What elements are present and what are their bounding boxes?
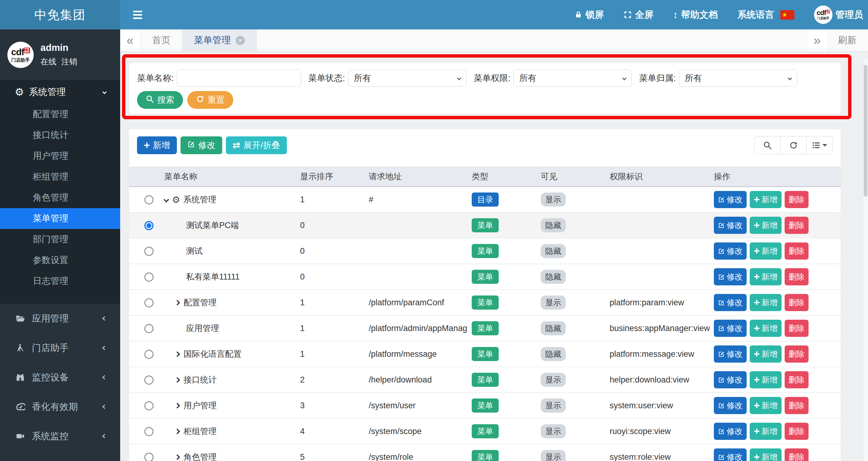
topbar-item-1[interactable]: 锁屏 [564,0,614,29]
table-row[interactable]: 国际化语言配置1/platform/message菜单隐藏platform:me… [129,341,841,367]
tab-close-icon[interactable]: × [236,36,245,45]
chevron-right-icon[interactable] [175,429,180,434]
table-search-toggle-button[interactable] [754,136,781,154]
sidebar-subitem[interactable]: 接口统计 [0,125,120,146]
sidebar-subitem[interactable]: 角色管理 [0,187,120,208]
row-delete-button[interactable]: 删除 [785,294,809,311]
row-edit-button[interactable]: 修改 [714,217,747,234]
row-radio[interactable] [144,324,154,333]
sidebar-section-item[interactable]: 系统监控 [0,422,120,451]
tab-refresh-button[interactable]: 刷新 [827,29,868,51]
row-edit-button[interactable]: 修改 [714,294,747,311]
table-row[interactable]: 私有菜单111110菜单隐藏修改+新增删除 [129,264,841,290]
row-add-button[interactable]: +新增 [750,242,781,259]
chevron-down-icon[interactable] [163,197,169,202]
row-delete-button[interactable]: 删除 [785,268,809,285]
row-delete-button[interactable]: 删除 [785,371,809,388]
table-row[interactable]: 用户管理3/system/user菜单显示system:user:view修改+… [129,393,841,419]
sidebar-subitem[interactable]: 菜单管理 [0,208,120,229]
table-row[interactable]: 应用管理1/platform/admin/appManag菜单隐藏busines… [129,315,841,341]
search-button[interactable]: 搜索 [137,91,183,109]
sidebar-subitem[interactable]: 柜组管理 [0,166,120,187]
table-row[interactable]: 角色管理5/system/role菜单显示system:role:view修改+… [129,444,841,461]
chevron-right-icon[interactable] [175,351,180,357]
row-radio[interactable] [144,350,154,359]
row-edit-button[interactable]: 修改 [714,397,747,414]
row-radio[interactable] [144,375,154,385]
tabs-scroll-left-button[interactable]: « [120,29,141,51]
expand-collapse-button[interactable]: ⇄ 展开/折叠 [226,136,287,154]
table-row[interactable]: 柜组管理4/system/scope菜单显示ruoyi:scope:view修改… [129,419,841,444]
table-columns-button[interactable] [806,136,833,154]
row-add-button[interactable]: +新增 [750,268,781,285]
chevron-right-icon[interactable] [175,300,180,305]
row-delete-button[interactable]: 删除 [785,345,809,363]
row-radio[interactable] [144,453,154,461]
row-add-button[interactable]: +新增 [750,397,781,414]
add-button[interactable]: + 新增 [137,136,177,154]
sidebar-subitem[interactable]: 参数设置 [0,250,120,271]
tab-首页[interactable]: 首页 [141,29,182,51]
row-add-button[interactable]: +新增 [750,345,781,363]
topbar-user[interactable]: cdf中免集团门店助手管理员 [804,0,868,29]
sidebar-subitem[interactable]: 部门管理 [0,229,120,250]
tabs-scroll-right-button[interactable]: » [807,29,827,51]
topbar-item-3[interactable]: ↕帮助文档 [663,0,727,29]
row-radio[interactable] [144,221,154,230]
row-delete-button[interactable]: 删除 [785,242,809,259]
row-delete-button[interactable]: 删除 [785,397,809,414]
chevron-right-icon[interactable] [175,403,180,408]
menu-owner-select[interactable]: 所有 [679,69,797,87]
row-add-button[interactable]: +新增 [750,217,781,234]
row-delete-button[interactable]: 删除 [785,423,809,440]
row-delete-button[interactable]: 删除 [785,449,809,461]
row-edit-button[interactable]: 修改 [714,423,747,440]
sidebar-subitem[interactable]: 配置管理 [0,104,120,125]
row-edit-button[interactable]: 修改 [714,345,747,363]
sidebar-subitem[interactable]: 日志管理 [0,271,120,291]
edit-button[interactable]: 修改 [181,136,222,154]
menu-name-input[interactable] [177,69,301,87]
row-edit-button[interactable]: 修改 [714,268,747,285]
row-add-button[interactable]: +新增 [750,371,781,388]
tab-菜单管理[interactable]: 菜单管理× [182,29,257,51]
topbar-item-4[interactable]: 系统语言★ [727,0,804,29]
sidebar-toggle-button[interactable] [120,0,155,29]
row-delete-button[interactable]: 删除 [785,191,809,208]
row-delete-button[interactable]: 删除 [785,217,809,234]
table-row[interactable]: 接口统计2/helper/download菜单显示helper:download… [129,367,841,393]
sidebar-section-item[interactable]: 应用管理 [0,304,120,333]
row-edit-button[interactable]: 修改 [714,191,747,208]
row-radio[interactable] [144,427,154,436]
row-add-button[interactable]: +新增 [750,423,781,440]
table-row[interactable]: ⚙系统管理1#目录显示修改+新增删除 [129,187,841,212]
row-add-button[interactable]: +新增 [750,294,781,311]
row-radio[interactable] [144,195,154,205]
table-row[interactable]: 测试菜单PC端0菜单隐藏修改+新增删除 [129,212,841,238]
logout-link[interactable]: 注销 [61,57,77,66]
row-radio[interactable] [144,273,154,282]
vertical-scrollbar[interactable] [863,59,868,461]
row-edit-button[interactable]: 修改 [714,242,747,259]
table-refresh-button[interactable] [780,136,807,154]
sidebar-section-item[interactable]: 监控设备 [0,363,120,392]
row-edit-button[interactable]: 修改 [714,320,747,337]
menu-permission-select[interactable]: 所有 [514,69,632,87]
scrollbar-thumb[interactable] [864,65,867,197]
row-add-button[interactable]: +新增 [750,449,781,461]
row-delete-button[interactable]: 删除 [785,320,809,337]
sidebar-item-system-management[interactable]: ⚙ 系统管理 [0,80,120,104]
sidebar-section-item[interactable]: ≡系统工具 [0,451,120,461]
sidebar-subitem[interactable]: 用户管理 [0,146,120,166]
menu-status-select[interactable]: 所有 [348,69,466,87]
topbar-item-2[interactable]: 全屏 [614,0,663,29]
row-radio[interactable] [144,298,154,307]
chevron-right-icon[interactable] [175,377,180,382]
row-add-button[interactable]: +新增 [750,320,781,337]
row-radio[interactable] [144,401,154,410]
row-edit-button[interactable]: 修改 [714,371,747,388]
chevron-right-icon[interactable] [175,454,180,460]
row-edit-button[interactable]: 修改 [714,449,747,461]
table-row[interactable]: 测试0菜单隐藏修改+新增删除 [129,238,841,264]
table-row[interactable]: 配置管理1/platform/paramConf菜单显示platform:par… [129,290,841,315]
